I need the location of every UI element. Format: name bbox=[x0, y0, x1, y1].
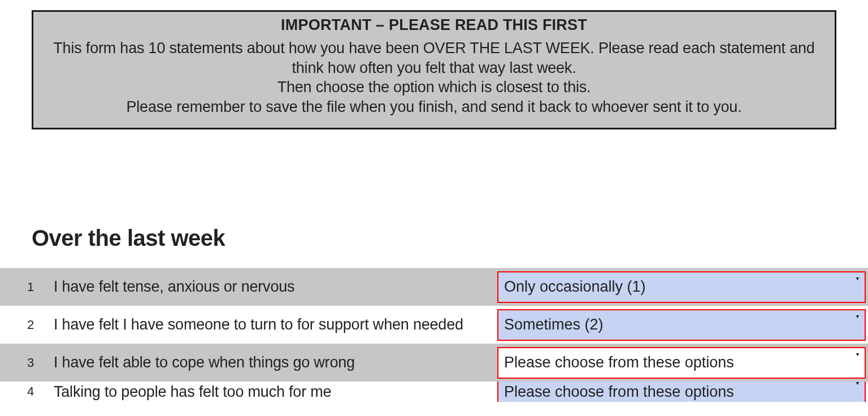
row-statement: I have felt able to cope when things go … bbox=[54, 344, 497, 382]
table-row: 4 Talking to people has felt too much fo… bbox=[0, 382, 868, 402]
table-row: 1 I have felt tense, anxious or nervous … bbox=[0, 268, 868, 306]
chevron-down-icon: ▾ bbox=[856, 314, 859, 319]
instructions-box: IMPORTANT – PLEASE READ THIS FIRST This … bbox=[32, 10, 836, 129]
statement-rows: 1 I have felt tense, anxious or nervous … bbox=[0, 268, 868, 402]
response-value: Please choose from these options bbox=[504, 383, 734, 401]
response-value: Please choose from these options bbox=[504, 354, 734, 371]
instructions-line1: This form has 10 statements about how yo… bbox=[53, 40, 814, 76]
response-select[interactable]: Sometimes (2) ▾ bbox=[497, 309, 866, 341]
row-number: 3 bbox=[0, 344, 54, 382]
row-select-wrap: Sometimes (2) ▾ bbox=[497, 306, 868, 344]
instructions-line2: Then choose the option which is closest … bbox=[277, 79, 591, 96]
response-select[interactable]: Only occasionally (1) ▾ bbox=[497, 271, 866, 303]
row-select-wrap: Only occasionally (1) ▾ bbox=[497, 268, 868, 306]
row-number: 1 bbox=[0, 268, 54, 306]
chevron-down-icon: ▾ bbox=[856, 382, 859, 386]
row-statement: I have felt I have someone to turn to fo… bbox=[54, 306, 497, 344]
row-select-wrap: Please choose from these options ▾ bbox=[497, 382, 868, 402]
row-number: 4 bbox=[0, 382, 54, 402]
row-select-wrap: Please choose from these options ▾ bbox=[497, 344, 868, 382]
chevron-down-icon: ▾ bbox=[856, 276, 859, 281]
row-statement: Talking to people has felt too much for … bbox=[54, 382, 497, 402]
instructions-line3: Please remember to save the file when yo… bbox=[126, 98, 741, 115]
response-select[interactable]: Please choose from these options ▾ bbox=[497, 382, 866, 402]
table-row: 3 I have felt able to cope when things g… bbox=[0, 344, 868, 382]
table-row: 2 I have felt I have someone to turn to … bbox=[0, 306, 868, 344]
instructions-body: This form has 10 statements about how yo… bbox=[44, 38, 824, 116]
chevron-down-icon: ▾ bbox=[856, 352, 859, 357]
response-value: Only occasionally (1) bbox=[504, 278, 646, 296]
instructions-title: IMPORTANT – PLEASE READ THIS FIRST bbox=[44, 16, 824, 34]
row-statement: I have felt tense, anxious or nervous bbox=[54, 268, 497, 306]
section-title: Over the last week bbox=[32, 226, 868, 251]
row-number: 2 bbox=[0, 306, 54, 344]
response-value: Sometimes (2) bbox=[504, 316, 604, 333]
response-select[interactable]: Please choose from these options ▾ bbox=[497, 347, 866, 379]
